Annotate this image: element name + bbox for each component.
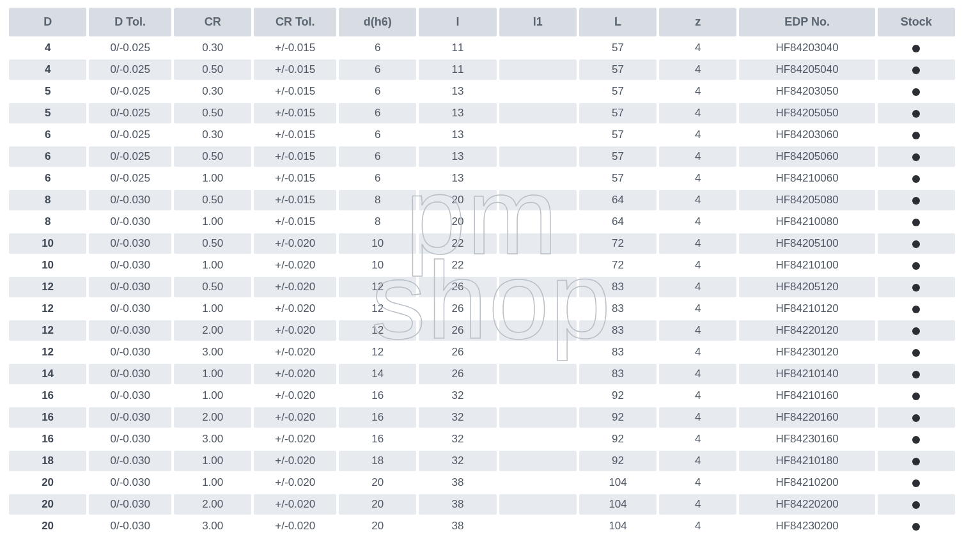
cell-L: 104 [579, 494, 657, 515]
cell-l1 [499, 125, 577, 145]
cell-stock [878, 255, 955, 276]
cell-dh6: 12 [339, 299, 416, 319]
cell-DTol: 0/-0.030 [89, 494, 171, 515]
col-header-CR: CR [174, 8, 251, 36]
table-row: 80/-0.0301.00+/-0.015820644HF84210080 [9, 212, 955, 232]
cell-l1 [499, 38, 577, 58]
table-row: 200/-0.0302.00+/-0.02020381044HF84220200 [9, 494, 955, 515]
stock-dot-icon [912, 523, 920, 531]
cell-EDP: HF84205040 [739, 59, 875, 80]
cell-l1 [499, 320, 577, 341]
cell-CRTol: +/-0.020 [254, 516, 336, 536]
table-row: 120/-0.0302.00+/-0.0201226834HF84220120 [9, 320, 955, 341]
table-row: 40/-0.0250.50+/-0.015611574HF84205040 [9, 59, 955, 80]
cell-D: 20 [9, 494, 86, 515]
cell-CR: 2.00 [174, 494, 251, 515]
cell-DTol: 0/-0.030 [89, 233, 171, 254]
cell-D: 6 [9, 168, 86, 189]
cell-L: 57 [579, 59, 657, 80]
cell-EDP: HF84210180 [739, 451, 875, 471]
cell-l1 [499, 277, 577, 297]
table-row: 160/-0.0303.00+/-0.0201632924HF84230160 [9, 429, 955, 449]
cell-CRTol: +/-0.020 [254, 429, 336, 449]
cell-CR: 3.00 [174, 342, 251, 362]
cell-EDP: HF84205080 [739, 190, 875, 210]
cell-L: 57 [579, 81, 657, 102]
stock-dot-icon [912, 458, 920, 465]
cell-D: 16 [9, 429, 86, 449]
cell-D: 16 [9, 385, 86, 406]
cell-CR: 1.00 [174, 255, 251, 276]
cell-CR: 0.50 [174, 277, 251, 297]
cell-EDP: HF84210200 [739, 472, 875, 493]
stock-dot-icon [912, 219, 920, 226]
spec-table: D D Tol. CR CR Tol. d(h6) l l1 L z EDP N… [6, 6, 958, 538]
cell-DTol: 0/-0.030 [89, 190, 171, 210]
cell-DTol: 0/-0.030 [89, 212, 171, 232]
cell-L: 64 [579, 212, 657, 232]
cell-D: 12 [9, 320, 86, 341]
cell-D: 12 [9, 277, 86, 297]
cell-l1 [499, 451, 577, 471]
cell-l: 13 [419, 146, 496, 167]
cell-l: 38 [419, 516, 496, 536]
cell-D: 8 [9, 190, 86, 210]
stock-dot-icon [912, 132, 920, 139]
table-row: 160/-0.0302.00+/-0.0201632924HF84220160 [9, 407, 955, 428]
cell-CRTol: +/-0.015 [254, 212, 336, 232]
cell-l: 11 [419, 59, 496, 80]
cell-CR: 1.00 [174, 212, 251, 232]
cell-z: 4 [659, 385, 736, 406]
cell-D: 6 [9, 125, 86, 145]
cell-DTol: 0/-0.030 [89, 516, 171, 536]
cell-CRTol: +/-0.020 [254, 233, 336, 254]
cell-CRTol: +/-0.015 [254, 125, 336, 145]
cell-l: 32 [419, 385, 496, 406]
cell-CRTol: +/-0.020 [254, 320, 336, 341]
cell-dh6: 10 [339, 233, 416, 254]
cell-D: 5 [9, 103, 86, 123]
cell-DTol: 0/-0.030 [89, 342, 171, 362]
cell-l1 [499, 212, 577, 232]
cell-L: 57 [579, 168, 657, 189]
cell-D: 10 [9, 255, 86, 276]
cell-DTol: 0/-0.030 [89, 299, 171, 319]
cell-L: 57 [579, 38, 657, 58]
stock-dot-icon [912, 436, 920, 444]
cell-L: 83 [579, 364, 657, 384]
cell-L: 72 [579, 255, 657, 276]
stock-dot-icon [912, 88, 920, 96]
cell-EDP: HF84203060 [739, 125, 875, 145]
cell-CRTol: +/-0.020 [254, 385, 336, 406]
cell-D: 8 [9, 212, 86, 232]
cell-dh6: 12 [339, 320, 416, 341]
cell-stock [878, 81, 955, 102]
stock-dot-icon [912, 262, 920, 270]
stock-dot-icon [912, 414, 920, 422]
cell-DTol: 0/-0.025 [89, 146, 171, 167]
cell-z: 4 [659, 233, 736, 254]
cell-z: 4 [659, 342, 736, 362]
stock-dot-icon [912, 45, 920, 52]
cell-stock [878, 59, 955, 80]
cell-CRTol: +/-0.020 [254, 299, 336, 319]
cell-CR: 0.30 [174, 38, 251, 58]
cell-z: 4 [659, 125, 736, 145]
cell-l1 [499, 364, 577, 384]
cell-dh6: 8 [339, 212, 416, 232]
cell-stock [878, 320, 955, 341]
cell-CR: 0.50 [174, 233, 251, 254]
cell-DTol: 0/-0.025 [89, 81, 171, 102]
cell-dh6: 10 [339, 255, 416, 276]
table-row: 60/-0.0250.30+/-0.015613574HF84203060 [9, 125, 955, 145]
cell-l: 13 [419, 103, 496, 123]
cell-l1 [499, 168, 577, 189]
col-header-EDP: EDP No. [739, 8, 875, 36]
cell-l: 26 [419, 277, 496, 297]
cell-l: 13 [419, 168, 496, 189]
table-row: 50/-0.0250.30+/-0.015613574HF84203050 [9, 81, 955, 102]
cell-dh6: 6 [339, 125, 416, 145]
cell-L: 83 [579, 320, 657, 341]
cell-l: 11 [419, 38, 496, 58]
cell-CRTol: +/-0.015 [254, 38, 336, 58]
